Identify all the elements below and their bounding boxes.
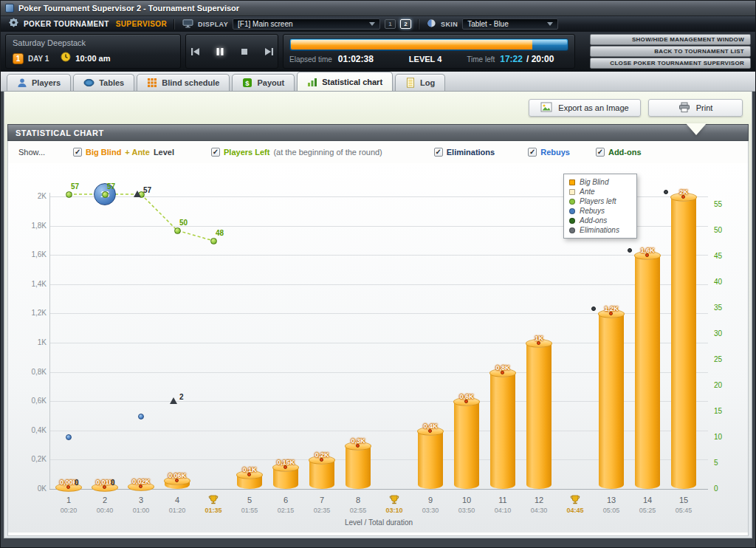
export-as-image-button[interactable]: Export as an Image bbox=[529, 99, 641, 117]
players-left-value-label: 57 bbox=[71, 182, 79, 191]
legend-marker-icon bbox=[569, 199, 575, 205]
time-left-label: Time left bbox=[467, 55, 495, 64]
chart-panel: Show... Big Blind + Ante Level Players L… bbox=[7, 141, 749, 536]
elapsed-time-label: Elapsed time bbox=[289, 55, 332, 64]
app-icon bbox=[5, 4, 14, 13]
day-badge: 1 bbox=[13, 53, 24, 64]
playback-panel bbox=[185, 34, 278, 69]
checkbox-blinds[interactable] bbox=[73, 148, 82, 157]
info-bar: Saturday Deepstack 1 DAY 1 10:00 am bbox=[1, 32, 755, 72]
legend-item: Rebuys bbox=[569, 206, 631, 216]
legend-item: Players left bbox=[569, 196, 631, 206]
filter-players-left[interactable]: Players Left (at the beginning of the ro… bbox=[211, 148, 382, 157]
legend-label: Add-ons bbox=[580, 216, 607, 225]
app-window: Poker Tournament Supervisor 2 - Tourname… bbox=[0, 0, 756, 548]
print-button[interactable]: Print bbox=[648, 99, 743, 117]
display-select[interactable]: [F1] Main screen bbox=[233, 18, 380, 30]
logo-section: POKER TOURNAMENT SUPERVISOR bbox=[1, 16, 174, 32]
ante-marker-dot bbox=[66, 485, 70, 489]
filter-label-eliminations: Eliminations bbox=[447, 148, 495, 157]
ante-marker-dot bbox=[103, 485, 106, 489]
tab-label: Players bbox=[32, 78, 61, 87]
legend-label: Players left bbox=[580, 197, 616, 205]
legend-item: Ante bbox=[569, 187, 631, 196]
export-button-label: Export as an Image bbox=[558, 103, 628, 112]
players-left-value-label: 48 bbox=[216, 229, 224, 237]
tab-bar: Players Tables Blind schedule $ Payout bbox=[1, 72, 755, 92]
checkbox-addons[interactable] bbox=[596, 148, 605, 157]
skip-to-end-button[interactable] bbox=[261, 41, 277, 62]
display-label: DISPLAY bbox=[198, 21, 228, 28]
elapsed-time-value: 01:02:38 bbox=[338, 54, 374, 64]
top-bar: POKER TOURNAMENT SUPERVISOR DISPLAY [F1]… bbox=[1, 16, 755, 32]
tab-tables[interactable]: Tables bbox=[73, 74, 134, 91]
legend-marker-icon bbox=[569, 218, 575, 224]
filter-label-players-note: (at the beginning of the round) bbox=[273, 148, 382, 157]
display-select-value: [F1] Main screen bbox=[238, 20, 292, 28]
level-progress-bar bbox=[289, 38, 568, 51]
ante-marker-dot bbox=[501, 371, 504, 374]
legend-label: Rebuys bbox=[580, 207, 605, 215]
display-section: DISPLAY [F1] Main screen 1 2 bbox=[175, 16, 419, 32]
time-left-value: 17:22 bbox=[500, 54, 523, 64]
clock-icon bbox=[61, 52, 71, 65]
rebuys-point bbox=[66, 434, 72, 440]
ante-marker-dot bbox=[356, 444, 360, 448]
checkbox-rebuys[interactable] bbox=[528, 148, 537, 157]
checkbox-eliminations[interactable] bbox=[434, 148, 443, 157]
filter-rebuys[interactable]: Rebuys bbox=[528, 148, 570, 157]
legend-label: Eliminations bbox=[580, 226, 619, 234]
show-hide-management-window-button[interactable]: SHOW/HIDE MANAGEMENT WINDOW bbox=[590, 34, 751, 45]
tournament-name: Saturday Deepstack bbox=[13, 38, 173, 47]
section-header: STATISTICAL CHART bbox=[7, 124, 749, 141]
blind-schedule-icon bbox=[147, 78, 157, 88]
chevron-down-icon bbox=[369, 22, 375, 26]
logo-text-poker-tournament: POKER TOURNAMENT bbox=[24, 20, 109, 28]
legend-marker-icon bbox=[569, 179, 575, 185]
tab-statistical-chart[interactable]: Statistical chart bbox=[297, 72, 393, 91]
tables-icon bbox=[83, 78, 94, 88]
legend-item: Add-ons bbox=[569, 216, 631, 225]
filter-label-ante: + Ante bbox=[125, 148, 150, 157]
gear-icon bbox=[8, 17, 19, 31]
pause-button[interactable] bbox=[212, 41, 228, 62]
filter-label-players-left: Players Left bbox=[224, 148, 269, 157]
tab-log[interactable]: Log bbox=[395, 74, 445, 91]
filter-label-rebuys: Rebuys bbox=[540, 148, 570, 157]
tab-players[interactable]: Players bbox=[7, 74, 71, 91]
close-tournament-supervisor-button[interactable]: CLOSE POKER TOURNAMENT SUPERVISOR bbox=[590, 58, 751, 69]
rebuys-point bbox=[138, 414, 144, 419]
skip-to-start-button[interactable] bbox=[188, 41, 204, 62]
legend-marker-icon bbox=[569, 208, 575, 214]
tab-label: Payout bbox=[257, 78, 284, 87]
back-to-tournament-list-button[interactable]: BACK TO TOURNAMENT LIST bbox=[590, 46, 751, 57]
tab-blind-schedule[interactable]: Blind schedule bbox=[137, 74, 230, 91]
filter-addons[interactable]: Add-ons bbox=[596, 148, 642, 157]
chart-canvas: Big BlindAntePlayers leftRebuysAdd-onsEl… bbox=[8, 163, 748, 532]
day-label: DAY 1 bbox=[28, 55, 49, 63]
ante-marker-dot bbox=[681, 195, 685, 199]
filter-label-big-blind: Big Blind bbox=[86, 148, 121, 157]
filter-label-addons: Add-ons bbox=[608, 148, 642, 157]
skin-label: SKIN bbox=[441, 21, 458, 28]
tab-payout[interactable]: $ Payout bbox=[232, 74, 295, 91]
level-label: LEVEL 4 bbox=[409, 55, 441, 64]
ante-marker-dot bbox=[139, 484, 142, 488]
eliminations-triangle bbox=[134, 191, 141, 197]
logo-text-supervisor: SUPERVISOR bbox=[116, 20, 167, 28]
checkbox-players-left[interactable] bbox=[211, 148, 220, 157]
callout-pointer bbox=[686, 123, 707, 135]
payout-icon: $ bbox=[242, 78, 252, 88]
monitor-1-button[interactable]: 1 bbox=[385, 19, 396, 29]
tab-label: Statistical chart bbox=[322, 78, 382, 86]
stop-button[interactable] bbox=[236, 41, 252, 62]
tab-label: Tables bbox=[99, 78, 124, 87]
chart-legend: Big BlindAntePlayers leftRebuysAdd-onsEl… bbox=[563, 174, 637, 239]
chart-toolbar: Export as an Image Print bbox=[4, 92, 752, 124]
filter-eliminations[interactable]: Eliminations bbox=[434, 148, 495, 157]
filter-blinds[interactable]: Big Blind + Ante Level bbox=[73, 148, 174, 157]
monitor-2-button[interactable]: 2 bbox=[400, 19, 411, 29]
legend-item: Big Blind bbox=[569, 177, 631, 187]
legend-label: Big Blind bbox=[580, 178, 608, 186]
skin-select[interactable]: Tablet - Blue bbox=[462, 18, 558, 30]
